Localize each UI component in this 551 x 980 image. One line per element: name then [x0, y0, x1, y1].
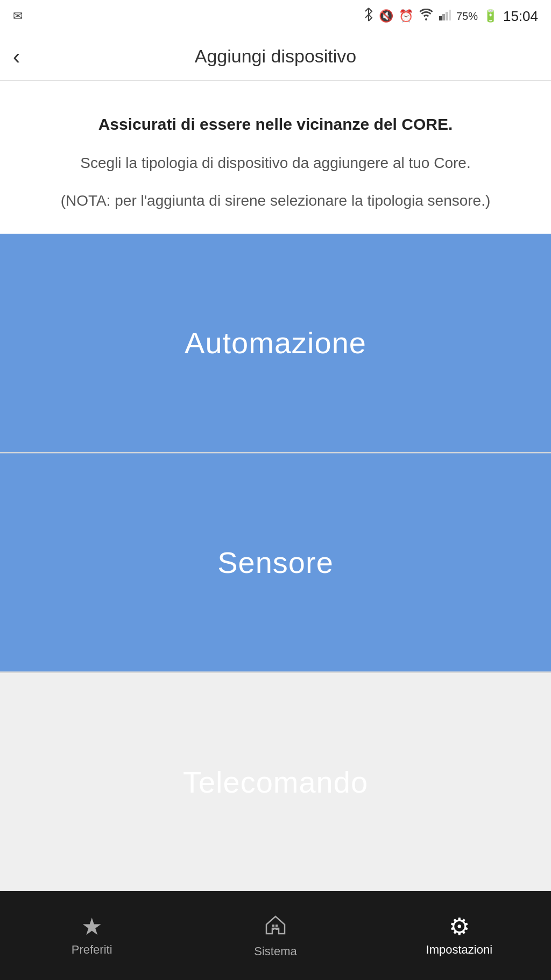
status-time: 15:04: [503, 8, 538, 25]
mute-icon: 🔇: [379, 9, 393, 23]
svg-rect-5: [276, 925, 278, 927]
bottom-navigation: Preferiti Sistema Impostazioni: [0, 891, 551, 980]
sensore-label: Sensore: [217, 545, 334, 580]
svg-rect-6: [272, 928, 274, 930]
automazione-label: Automazione: [185, 325, 366, 360]
status-bar-left: ✉: [13, 9, 23, 23]
automazione-button[interactable]: Automazione: [0, 234, 551, 452]
svg-rect-4: [272, 925, 274, 927]
instruction-note: (NOTA: per l'aggiunta di sirene selezion…: [32, 190, 519, 212]
gear-icon: [449, 915, 470, 939]
instruction-normal: Scegli la tipologia di dispositivo da ag…: [32, 152, 519, 174]
header: ‹ Aggiungi dispositivo: [0, 32, 551, 81]
status-bar: ✉ 🔇 ⏰ 75% 🔋 15:04: [0, 0, 551, 32]
home-icon: [264, 913, 287, 940]
instruction-section: Assicurati di essere nelle vicinanze del…: [0, 81, 551, 234]
bluetooth-icon: [364, 8, 373, 25]
nav-item-impostazioni[interactable]: Impostazioni: [368, 915, 551, 957]
page-title: Aggiungi dispositivo: [195, 46, 357, 67]
nav-item-preferiti[interactable]: Preferiti: [0, 915, 183, 957]
content-area: Assicurati di essere nelle vicinanze del…: [0, 81, 551, 891]
svg-rect-3: [449, 10, 451, 20]
svg-rect-0: [439, 16, 442, 20]
svg-rect-1: [442, 14, 445, 20]
telecomando-label: Telecomando: [183, 765, 368, 800]
instruction-bold: Assicurati di essere nelle vicinanze del…: [32, 113, 519, 136]
alarm-icon: ⏰: [399, 9, 413, 23]
device-type-buttons: Automazione Sensore Telecomando: [0, 234, 551, 891]
telecomando-button[interactable]: Telecomando: [0, 673, 551, 891]
wifi-icon: [419, 9, 434, 24]
signal-icon: [439, 9, 451, 24]
svg-rect-7: [276, 928, 278, 930]
nav-label-preferiti: Preferiti: [72, 943, 112, 957]
nav-label-impostazioni: Impostazioni: [426, 943, 493, 957]
sensore-button[interactable]: Sensore: [0, 453, 551, 671]
battery-percent: 75%: [456, 10, 478, 23]
back-button[interactable]: ‹: [13, 46, 20, 67]
mail-icon: ✉: [13, 9, 23, 23]
svg-rect-2: [446, 12, 448, 20]
battery-icon: 🔋: [483, 9, 498, 23]
nav-label-sistema: Sistema: [254, 944, 296, 958]
star-icon: [81, 915, 102, 939]
nav-item-sistema[interactable]: Sistema: [183, 913, 367, 958]
status-bar-right: 🔇 ⏰ 75% 🔋 15:04: [364, 8, 538, 25]
